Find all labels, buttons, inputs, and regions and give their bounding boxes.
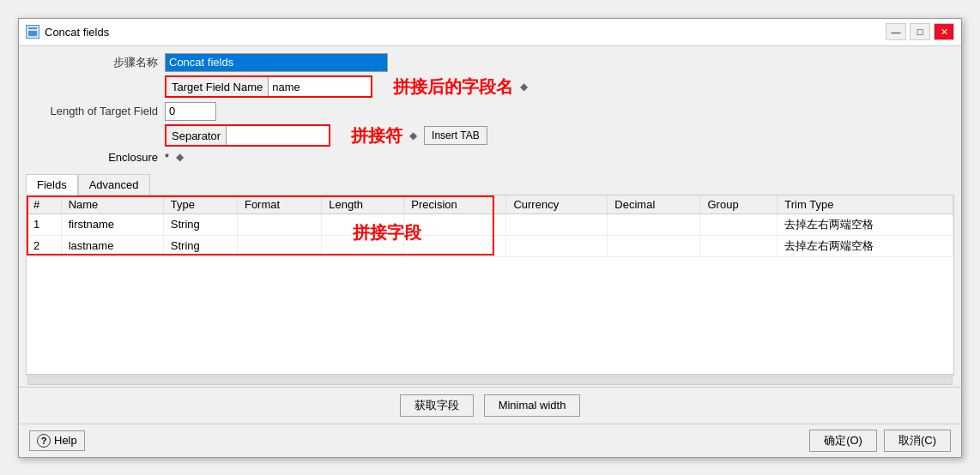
cell-name: lastname <box>61 235 163 256</box>
enclosure-value: * <box>165 151 169 164</box>
svg-rect-0 <box>27 27 38 37</box>
help-label: Help <box>54 434 77 447</box>
step-name-input[interactable] <box>165 53 388 72</box>
cell-format <box>237 235 321 256</box>
footer: ? Help 确定(O) 取消(C) <box>19 424 961 457</box>
cell-currency <box>506 235 608 256</box>
cell-precision <box>404 213 506 235</box>
col-length: Length <box>322 195 404 214</box>
length-row: Length of Target Field <box>33 102 947 121</box>
footer-ok-cancel: 确定(O) 取消(C) <box>809 430 951 452</box>
cell-name: firstname <box>61 213 163 235</box>
cell-num: 1 <box>27 213 61 235</box>
step-name-label: 步骤名称 <box>33 55 161 70</box>
horizontal-scrollbar[interactable] <box>26 375 954 387</box>
tabs-header: Fields Advanced <box>26 174 954 195</box>
table-row: 1 firstname String 去掉左右两端空格 <box>27 213 953 235</box>
col-format: Format <box>237 195 321 214</box>
annotation-field-name: 拼接后的字段名 <box>393 75 513 99</box>
main-window: Concat fields — □ ✕ 步骤名称 Target Field Na… <box>18 18 962 458</box>
separator-label: Separator <box>166 129 226 142</box>
col-name: Name <box>61 195 163 214</box>
col-precision: Precision <box>404 195 506 214</box>
col-decimal: Decimal <box>608 195 700 214</box>
help-icon: ? <box>37 434 51 448</box>
form-area: 步骤名称 Target Field Name 拼接后的字段名 ◆ Length … <box>19 46 961 174</box>
table-container: # Name Type Format Length Precision Curr… <box>26 195 954 375</box>
col-group: Group <box>700 195 777 214</box>
cell-precision <box>404 235 506 256</box>
minimize-button[interactable]: — <box>886 23 906 40</box>
enclosure-label: Enclosure <box>33 151 161 164</box>
separator-row: Separator 拼接符 ◆ Insert TAB <box>33 124 947 147</box>
close-button[interactable]: ✕ <box>934 23 954 40</box>
target-field-wrapper: Target Field Name <box>165 75 372 98</box>
cancel-button[interactable]: 取消(C) <box>884 430 951 452</box>
fields-table: # Name Type Format Length Precision Curr… <box>27 195 953 257</box>
tabs-container: Fields Advanced # Name Type Format Lengt… <box>19 174 961 387</box>
col-trim-type: Trim Type <box>777 195 953 214</box>
tab-advanced[interactable]: Advanced <box>78 174 150 195</box>
separator-wrapper: Separator <box>165 124 330 147</box>
enclosure-icon: ◆ <box>176 151 184 163</box>
separator-input[interactable] <box>226 126 329 145</box>
cell-format <box>237 213 321 235</box>
window-icon <box>26 25 39 39</box>
cell-num: 2 <box>27 235 61 256</box>
title-bar: Concat fields — □ ✕ <box>19 19 961 46</box>
col-type: Type <box>163 195 237 214</box>
get-fields-button[interactable]: 获取字段 <box>400 394 474 417</box>
cell-length <box>322 235 404 256</box>
cell-trim-type: 去掉左右两端空格 <box>777 213 953 235</box>
cell-decimal <box>608 235 700 256</box>
maximize-button[interactable]: □ <box>910 23 930 40</box>
annotation-separator: 拼接符 <box>351 124 402 147</box>
cell-currency <box>506 213 608 235</box>
title-controls: — □ ✕ <box>886 23 954 40</box>
target-field-icon: ◆ <box>520 81 528 93</box>
step-name-row: 步骤名称 <box>33 53 947 72</box>
cell-decimal <box>608 213 700 235</box>
target-field-name-label: Target Field Name <box>166 81 268 93</box>
col-currency: Currency <box>506 195 608 214</box>
scrollbar-track[interactable] <box>27 376 953 385</box>
table-row: 2 lastname String 去掉左右两端空格 <box>27 235 953 256</box>
length-label: Length of Target Field <box>33 105 161 117</box>
insert-tab-button[interactable]: Insert TAB <box>424 126 487 145</box>
cell-group <box>700 213 777 235</box>
enclosure-row: Enclosure * ◆ <box>33 151 947 164</box>
cell-type: String <box>163 235 237 256</box>
cell-length <box>322 213 404 235</box>
length-input[interactable] <box>165 102 216 121</box>
target-field-row: Target Field Name 拼接后的字段名 ◆ <box>33 75 947 99</box>
bottom-buttons: 获取字段 Minimal width <box>19 387 961 424</box>
cell-trim-type: 去掉左右两端空格 <box>777 235 953 256</box>
separator-diamond-icon: ◆ <box>409 129 417 141</box>
table-header: # Name Type Format Length Precision Curr… <box>27 195 953 214</box>
tab-fields[interactable]: Fields <box>26 174 78 195</box>
minimal-width-button[interactable]: Minimal width <box>484 394 581 417</box>
title-bar-left: Concat fields <box>26 25 109 39</box>
table-body: 1 firstname String 去掉左右两端空格 2 lastname <box>27 213 953 256</box>
col-num: # <box>27 195 61 214</box>
window-title: Concat fields <box>45 26 109 39</box>
cell-type: String <box>163 213 237 235</box>
help-button[interactable]: ? Help <box>29 430 85 451</box>
ok-button[interactable]: 确定(O) <box>809 430 877 452</box>
target-field-input[interactable] <box>268 77 371 96</box>
cell-group <box>700 235 777 256</box>
